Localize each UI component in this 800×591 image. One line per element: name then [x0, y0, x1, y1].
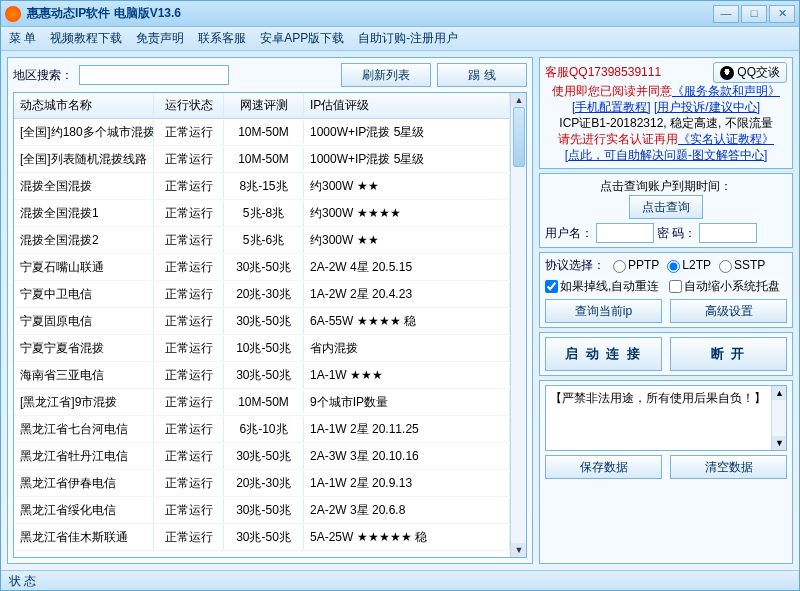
scroll-thumb[interactable]	[513, 107, 525, 167]
cell-speed: 30兆-50兆	[224, 525, 304, 550]
menu-video[interactable]: 视频教程下载	[50, 30, 122, 47]
cell-rating: 1A-1W 2星 20.9.13	[304, 471, 510, 496]
radio-l2tp[interactable]: L2TP	[667, 258, 711, 272]
cell-speed: 5兆-8兆	[224, 201, 304, 226]
menu-disclaimer[interactable]: 免责声明	[136, 30, 184, 47]
cell-city: [全国]列表随机混拨线路	[14, 147, 154, 172]
query-expiry-button[interactable]: 点击查询	[629, 195, 703, 219]
close-button[interactable]: ✕	[769, 5, 795, 23]
cell-city: 宁夏宁夏省混拨	[14, 336, 154, 361]
radio-sstp[interactable]: SSTP	[719, 258, 765, 272]
table-row[interactable]: 宁夏固原电信正常运行30兆-50兆6A-55W ★★★★ 稳	[14, 308, 510, 335]
maximize-button[interactable]: □	[741, 5, 767, 23]
qq-penguin-icon	[720, 66, 734, 80]
save-data-button[interactable]: 保存数据	[545, 455, 662, 479]
realname-link[interactable]: 《实名认证教程》	[678, 132, 774, 146]
qq-chat-button[interactable]: QQ交谈	[713, 62, 787, 83]
menu-register[interactable]: 自助订购-注册用户	[358, 30, 458, 47]
table-row[interactable]: 海南省三亚电信正常运行30兆-50兆1A-1W ★★★	[14, 362, 510, 389]
cell-city: 黑龙江省七台河电信	[14, 417, 154, 442]
menu-android[interactable]: 安卓APP版下载	[260, 30, 344, 47]
protocol-box: 协议选择： PPTP L2TP SSTP 如果掉线,自动重连 自动缩小系统托盘 …	[539, 252, 793, 328]
checkbox-tray[interactable]: 自动缩小系统托盘	[669, 278, 780, 295]
feedback-link[interactable]: [用户投诉/建议中心]	[654, 100, 760, 114]
server-table: 动态城市名称 运行状态 网速评测 IP估值评级 [全国]约180多个城市混拨正常…	[14, 93, 510, 557]
qq-number: 客服QQ17398539111	[545, 64, 661, 81]
table-row[interactable]: 黑龙江省佳木斯联通正常运行30兆-50兆5A-25W ★★★★★ 稳	[14, 524, 510, 551]
table-row[interactable]: 混拨全国混拨正常运行8兆-15兆约300W ★★	[14, 173, 510, 200]
cell-city: 海南省三亚电信	[14, 363, 154, 388]
search-label: 地区搜索：	[13, 67, 73, 84]
minimize-button[interactable]: —	[713, 5, 739, 23]
col-rating[interactable]: IP估值评级	[304, 93, 510, 118]
log-box: 【严禁非法用途，所有使用后果自负！】 ▲ ▼ 保存数据 清空数据	[539, 380, 793, 564]
cell-rating: 约300W ★★★★	[304, 201, 510, 226]
table-row[interactable]: 宁夏中卫电信正常运行20兆-30兆1A-2W 2星 20.4.23	[14, 281, 510, 308]
selfhelp-link[interactable]: [点此，可自助解决问题-图文解答中心]	[565, 148, 768, 162]
cell-rating: 1A-2W 2星 20.4.23	[304, 282, 510, 307]
table-row[interactable]: [全国]约180多个城市混拨正常运行10M-50M1000W+IP混拨 5星级	[14, 119, 510, 146]
cell-city: 宁夏固原电信	[14, 309, 154, 334]
cell-speed: 8兆-15兆	[224, 174, 304, 199]
cell-city: 混拨全国混拨2	[14, 228, 154, 253]
query-title: 点击查询账户到期时间：	[545, 179, 787, 194]
menu-contact[interactable]: 联系客服	[198, 30, 246, 47]
radio-pptp[interactable]: PPTP	[613, 258, 659, 272]
scroll-down-icon[interactable]: ▼	[511, 543, 527, 557]
table-row[interactable]: 混拨全国混拨1正常运行5兆-8兆约300W ★★★★	[14, 200, 510, 227]
table-row[interactable]: 混拨全国混拨2正常运行5兆-6兆约300W ★★	[14, 227, 510, 254]
current-ip-button[interactable]: 查询当前ip	[545, 299, 662, 323]
cell-speed: 20兆-30兆	[224, 282, 304, 307]
protocol-label: 协议选择：	[545, 257, 605, 274]
terms-link[interactable]: 《服务条款和声明》	[672, 84, 780, 98]
table-scrollbar[interactable]: ▲ ▼	[510, 93, 526, 557]
table-row[interactable]: [全国]列表随机混拨线路正常运行10M-50M1000W+IP混拨 5星级	[14, 146, 510, 173]
mobile-config-link[interactable]: [手机配置教程]	[572, 100, 651, 114]
search-input[interactable]	[79, 65, 229, 85]
start-connect-button[interactable]: 启 动 连 接	[545, 337, 662, 371]
checkbox-reconnect[interactable]: 如果掉线,自动重连	[545, 278, 659, 295]
col-status[interactable]: 运行状态	[154, 93, 224, 118]
cell-rating: 1000W+IP混拨 5星级	[304, 120, 510, 145]
table-row[interactable]: 黑龙江省牡丹江电信正常运行30兆-50兆2A-3W 3星 20.10.16	[14, 443, 510, 470]
cell-status: 正常运行	[154, 417, 224, 442]
disconnect-button[interactable]: 断 开	[670, 337, 787, 371]
col-speed[interactable]: 网速评测	[224, 93, 304, 118]
username-input[interactable]	[596, 223, 654, 243]
clear-data-button[interactable]: 清空数据	[670, 455, 787, 479]
cell-status: 正常运行	[154, 309, 224, 334]
cell-status: 正常运行	[154, 147, 224, 172]
cell-city: 黑龙江省佳木斯联通	[14, 525, 154, 550]
menu-main[interactable]: 菜 单	[9, 30, 36, 47]
realname-prefix: 请先进行实名认证再用	[558, 132, 678, 146]
info-box: 客服QQ17398539111 QQ交谈 使用即您已阅读并同意《服务条款和声明》…	[539, 57, 793, 169]
table-row[interactable]: 宁夏石嘴山联通正常运行30兆-50兆2A-2W 4星 20.5.15	[14, 254, 510, 281]
scroll-up-icon[interactable]: ▲	[511, 93, 527, 107]
refresh-button[interactable]: 刷新列表	[341, 63, 431, 87]
password-label: 密 码：	[657, 225, 696, 242]
log-textarea[interactable]: 【严禁非法用途，所有使用后果自负！】 ▲ ▼	[545, 385, 787, 451]
kick-button[interactable]: 踢 线	[437, 63, 527, 87]
log-scroll-up-icon[interactable]: ▲	[772, 386, 787, 400]
cell-status: 正常运行	[154, 201, 224, 226]
cell-status: 正常运行	[154, 390, 224, 415]
cell-speed: 30兆-50兆	[224, 309, 304, 334]
cell-status: 正常运行	[154, 498, 224, 523]
table-row[interactable]: 宁夏宁夏省混拨正常运行10兆-50兆省内混拨	[14, 335, 510, 362]
password-input[interactable]	[699, 223, 757, 243]
col-city[interactable]: 动态城市名称	[14, 93, 154, 118]
table-row[interactable]: 黑龙江省绥化电信正常运行30兆-50兆2A-2W 3星 20.6.8	[14, 497, 510, 524]
cell-status: 正常运行	[154, 363, 224, 388]
log-scrollbar[interactable]: ▲ ▼	[771, 386, 786, 450]
cell-speed: 5兆-6兆	[224, 228, 304, 253]
advanced-button[interactable]: 高级设置	[670, 299, 787, 323]
table-row[interactable]: 黑龙江省伊春电信正常运行20兆-30兆1A-1W 2星 20.9.13	[14, 470, 510, 497]
cell-speed: 10M-50M	[224, 121, 304, 143]
table-row[interactable]: [黑龙江省]9市混拨正常运行10M-50M9个城市IP数量	[14, 389, 510, 416]
log-scroll-down-icon[interactable]: ▼	[772, 436, 787, 450]
cell-rating: 省内混拨	[304, 336, 510, 361]
table-row[interactable]: 黑龙江省七台河电信正常运行6兆-10兆1A-1W 2星 20.11.25	[14, 416, 510, 443]
cell-speed: 20兆-30兆	[224, 471, 304, 496]
cell-status: 正常运行	[154, 444, 224, 469]
cell-status: 正常运行	[154, 471, 224, 496]
